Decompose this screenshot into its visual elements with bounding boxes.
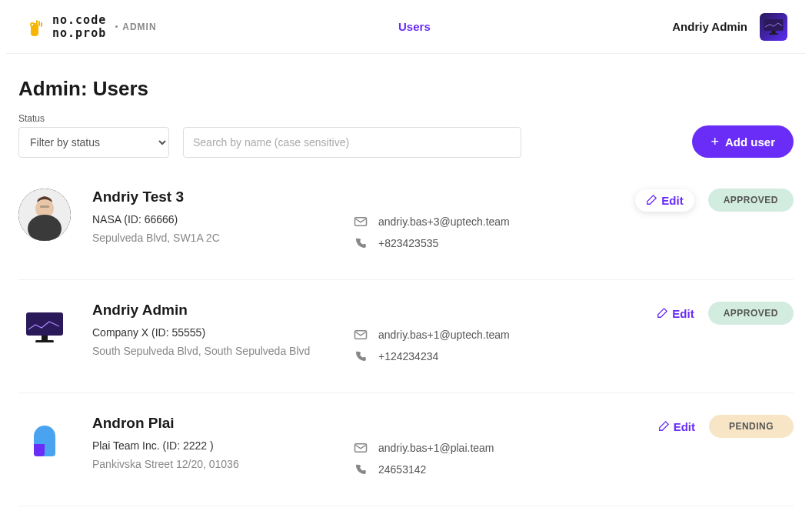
user-name: Andriy Test 3 xyxy=(92,189,354,205)
edit-label: Edit xyxy=(661,194,683,207)
logo-suffix-text: ADMIN xyxy=(122,22,156,32)
plus-icon: + xyxy=(710,134,719,150)
users-list: Andriy Test 3 NASA (ID: 66666) Sepulveda… xyxy=(18,181,794,506)
user-identity: Andriy Test 3 NASA (ID: 66666) Sepulveda… xyxy=(92,189,354,244)
user-actions: Edit PENDING xyxy=(658,415,794,438)
logo-suffix: ADMIN xyxy=(115,22,156,32)
svg-rect-6 xyxy=(772,31,776,33)
current-user-name[interactable]: Andriy Admin xyxy=(672,20,747,33)
user-email-row: andriy.bas+1@plai.team xyxy=(354,441,794,455)
edit-button[interactable]: Edit xyxy=(658,420,695,433)
status-filter-group: Status Filter by status xyxy=(18,113,169,158)
header-nav: Users xyxy=(157,20,673,34)
page-title: Admin: Users xyxy=(18,77,794,101)
pencil-icon xyxy=(657,308,667,319)
user-address: Sepulveda Blvd, SW1A 2C xyxy=(92,232,354,244)
user-company: Plai Team Inc. (ID: 2222 ) xyxy=(92,439,354,452)
envelope-icon xyxy=(354,215,368,229)
svg-rect-10 xyxy=(40,205,49,208)
add-user-button[interactable]: + Add user xyxy=(692,125,794,158)
status-badge: APPROVED xyxy=(708,302,794,325)
user-phone-row: +823423535 xyxy=(354,236,794,250)
envelope-icon xyxy=(354,328,368,342)
phone-icon xyxy=(354,349,368,363)
status-label: Status xyxy=(18,113,169,124)
user-email-row: andriy.bas+1@uptech.team xyxy=(354,328,794,342)
nav-users[interactable]: Users xyxy=(398,20,431,33)
header-left: no.code no.prob ADMIN xyxy=(25,14,157,39)
header-right: Andriy Admin xyxy=(672,13,787,41)
svg-rect-7 xyxy=(769,33,778,35)
add-user-label: Add user xyxy=(725,135,775,149)
user-card: Andriy Test 3 NASA (ID: 66666) Sepulveda… xyxy=(18,181,794,280)
user-company: Company X (ID: 55555) xyxy=(92,326,354,339)
user-phone-row: +124234234 xyxy=(354,349,794,363)
pencil-icon xyxy=(646,195,657,205)
edit-button[interactable]: Edit xyxy=(657,307,694,320)
edit-button[interactable]: Edit xyxy=(635,189,694,212)
user-phone-row: 24653142 xyxy=(354,463,794,476)
logo-text: no.code no.prob xyxy=(52,14,106,39)
user-address: Pankivska Street 12/20, 01036 xyxy=(92,458,354,470)
dot-icon xyxy=(115,25,118,28)
user-phone: 24653142 xyxy=(378,463,426,476)
edit-label: Edit xyxy=(674,420,695,433)
current-user-avatar[interactable] xyxy=(760,13,787,41)
svg-point-1 xyxy=(32,23,33,25)
status-badge: APPROVED xyxy=(708,189,794,212)
svg-rect-13 xyxy=(26,312,63,336)
svg-rect-15 xyxy=(35,340,54,342)
user-card: Andron Plai Plai Team Inc. (ID: 2222 ) P… xyxy=(18,393,794,506)
user-email: andriy.bas+1@plai.team xyxy=(378,442,494,454)
status-filter-select[interactable]: Filter by status xyxy=(18,127,169,158)
ok-hand-icon xyxy=(25,16,46,38)
status-badge: PENDING xyxy=(709,415,794,438)
user-avatar xyxy=(18,415,71,467)
envelope-icon xyxy=(354,441,368,455)
svg-rect-4 xyxy=(41,22,42,27)
user-actions: Edit APPROVED xyxy=(657,302,794,325)
user-company: NASA (ID: 66666) xyxy=(92,213,354,225)
svg-rect-5 xyxy=(764,19,784,31)
phone-icon xyxy=(354,463,368,476)
main-content: Admin: Users Status Filter by status + A… xyxy=(0,54,812,506)
edit-label: Edit xyxy=(672,307,694,320)
user-identity: Andron Plai Plai Team Inc. (ID: 2222 ) P… xyxy=(92,415,354,470)
user-address: South Sepulveda Blvd, South Sepulveda Bl… xyxy=(92,345,354,357)
user-card: Andriy Admin Company X (ID: 55555) South… xyxy=(18,280,794,393)
user-email: andriy.bas+1@uptech.team xyxy=(378,329,510,341)
user-avatar xyxy=(18,189,71,241)
user-identity: Andriy Admin Company X (ID: 55555) South… xyxy=(92,302,354,357)
pencil-icon xyxy=(658,421,669,432)
logo-line2: no.prob xyxy=(52,27,106,40)
search-input[interactable] xyxy=(183,127,521,158)
monitor-icon xyxy=(762,15,785,38)
user-email-row: andriy.bas+3@uptech.team xyxy=(354,215,794,229)
svg-rect-2 xyxy=(36,20,38,26)
user-name: Andriy Admin xyxy=(92,302,354,319)
user-phone: +124234234 xyxy=(378,350,438,362)
app-header: no.code no.prob ADMIN Users Andriy Admin xyxy=(6,0,806,54)
svg-rect-14 xyxy=(42,336,48,340)
user-name: Andron Plai xyxy=(92,415,354,432)
user-avatar xyxy=(18,302,71,354)
svg-rect-3 xyxy=(38,21,40,26)
logo[interactable]: no.code no.prob xyxy=(25,14,106,39)
user-phone: +823423535 xyxy=(378,237,438,249)
filter-bar: Status Filter by status + Add user xyxy=(18,113,794,158)
phone-icon xyxy=(354,236,368,250)
logo-line1: no.code xyxy=(52,14,106,27)
user-email: andriy.bas+3@uptech.team xyxy=(378,215,510,228)
user-actions: Edit APPROVED xyxy=(635,189,794,212)
